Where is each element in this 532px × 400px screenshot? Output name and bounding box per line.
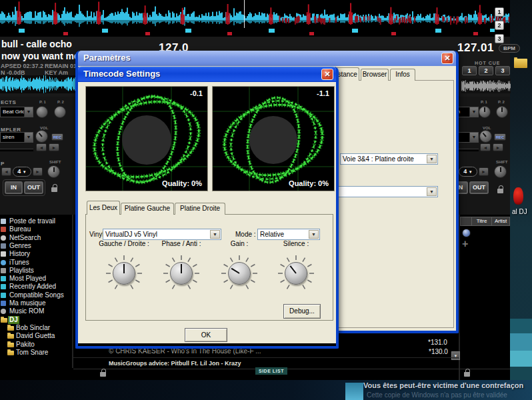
loop-shift-knob[interactable] — [47, 165, 60, 178]
debug-button[interactable]: Debug... — [283, 304, 321, 319]
mode-select[interactable]: Relative ▼ — [257, 229, 320, 240]
sidebar-item-tom-snare[interactable]: Tom Snare — [0, 349, 72, 357]
hot-cue-3[interactable]: 3 — [495, 66, 510, 75]
chevron-down-icon[interactable]: ▼ — [23, 170, 27, 174]
rhythm-waveform[interactable] — [0, 0, 510, 37]
left-deck-wave-thumb[interactable] — [0, 75, 75, 93]
loop-out-button[interactable]: OUT — [24, 181, 43, 194]
empty-select[interactable]: ▼ — [337, 186, 438, 197]
sidebar-item-most-played[interactable]: Most Played — [0, 275, 72, 283]
timecode-titlebar[interactable]: Timecode Settings ✕ — [78, 67, 336, 82]
sampler-vol-knob-right[interactable] — [479, 130, 492, 143]
sidelist-col-titre[interactable]: Titre — [472, 217, 492, 225]
sidebar-item-poste-de-travail[interactable]: Poste de travail — [0, 217, 72, 225]
sidebar-item-david-guetta[interactable]: David Guetta — [0, 332, 72, 340]
hot-cue-2[interactable]: 2 — [479, 66, 493, 75]
chevron-down-icon[interactable]: ▼ — [24, 107, 33, 117]
timecode-tab-platine-gauche[interactable]: Platine Gauche — [121, 203, 174, 215]
wave-page-button-3[interactable]: 3 — [495, 34, 504, 43]
loop-double-button[interactable]: ► — [33, 167, 43, 176]
ok-button[interactable]: OK — [185, 328, 227, 342]
loop-out-button-right[interactable]: OUT — [469, 181, 489, 194]
wave-page-button-1[interactable]: 1 — [495, 7, 504, 17]
close-icon[interactable]: ✕ — [321, 69, 333, 80]
sidebar-item-label: History — [8, 250, 31, 258]
parametres-titlebar[interactable]: Paramètres ✕ — [78, 51, 456, 66]
chevron-down-icon[interactable]: ▼ — [469, 133, 478, 142]
sampler-vol-knob[interactable] — [35, 130, 48, 143]
sidebar-item-dj[interactable]: DJ — [0, 316, 72, 324]
lock-icon[interactable] — [100, 372, 106, 377]
effects-select[interactable]: Beat Grid▼ — [0, 107, 33, 117]
loop-shift-knob-right[interactable] — [494, 165, 507, 178]
add-icon[interactable]: + — [462, 239, 468, 249]
sidebar-item-netsearch[interactable]: NetSearch — [0, 234, 72, 242]
netsearch-globe-icon[interactable] — [462, 229, 471, 237]
right-deck-wave-thumb[interactable] — [461, 79, 511, 93]
virtualdj-desktop-icon[interactable] — [513, 187, 523, 205]
chevron-down-icon[interactable]: ▼ — [309, 230, 319, 239]
chevron-down-icon[interactable]: ▼ — [469, 170, 473, 174]
close-icon[interactable]: ✕ — [441, 53, 453, 64]
virtualdj-desktop-icon-label[interactable]: al DJ — [512, 208, 527, 215]
loop-double-button-right[interactable]: ► — [479, 167, 489, 176]
voie-select[interactable]: Voie 3&4 : Platine droite ▼ — [340, 153, 438, 165]
sidebar-item-recently-added[interactable]: Recently Added — [0, 283, 72, 291]
chevron-down-icon[interactable]: ▼ — [427, 187, 437, 196]
chevron-down-icon[interactable]: ▼ — [469, 107, 478, 117]
sampler-select[interactable]: siren▼ — [0, 132, 33, 143]
tracklist-scroll-down[interactable]: ▼ — [451, 351, 460, 360]
parametres-tab-browser[interactable]: Browser — [361, 69, 389, 81]
scope-left-graphic — [86, 87, 207, 191]
sampler-next-button-right[interactable]: ► — [493, 143, 503, 151]
sidelist-col-blank[interactable] — [461, 217, 472, 225]
lock-icon[interactable] — [464, 372, 470, 377]
sidebar-divider[interactable] — [72, 215, 73, 368]
calibration-knob[interactable] — [285, 262, 307, 285]
sidebar-item-pakito[interactable]: Pakito — [0, 341, 72, 349]
track-row-advice[interactable]: MusicGroups advice: Pitbull Ft. Lil Jon … — [109, 360, 241, 367]
chevron-down-icon[interactable]: ▼ — [24, 133, 33, 142]
sampler-prev-button[interactable]: ◄ — [36, 143, 47, 151]
sidebar-item-music-rom[interactable]: Music ROM — [0, 307, 72, 315]
sampler-rec-button[interactable]: REC — [51, 133, 63, 141]
wave-page-button-2[interactable]: 2 — [495, 21, 504, 30]
chevron-down-icon[interactable]: ▼ — [427, 155, 437, 163]
calibration-knob[interactable] — [228, 262, 251, 285]
sidebar-item-itunes[interactable]: iTunes — [0, 259, 72, 267]
loop-length-select-right[interactable]: 4 ▼ — [459, 167, 477, 177]
chevron-down-icon[interactable]: ▼ — [210, 230, 220, 239]
loop-in-button[interactable]: IN — [5, 181, 23, 194]
loop-length-select[interactable]: 4 ▼ — [13, 167, 31, 177]
timecode-tab-platine-droite[interactable]: Platine Droite — [175, 203, 225, 215]
calibration-knob[interactable] — [170, 262, 193, 285]
sampler-slider[interactable] — [0, 149, 33, 151]
timecode-tab-les-deux[interactable]: Les Deux — [87, 201, 120, 215]
vinyl-select[interactable]: VirtualDJ v5 Vinyl ▼ — [103, 229, 221, 240]
sidelist-col-artist[interactable]: Artist — [492, 217, 509, 225]
sampler-prev-button-right[interactable]: ◄ — [480, 143, 491, 151]
effect-p2-knob[interactable] — [54, 106, 66, 118]
timecode-title: Timecode Settings — [83, 69, 160, 79]
search-icon — [1, 235, 6, 241]
desktop-folder-icon[interactable] — [514, 59, 527, 68]
hot-cue-1[interactable]: 1 — [462, 66, 477, 75]
loop-half-button[interactable]: ◄ — [1, 167, 11, 176]
calibration-knob[interactable] — [113, 262, 135, 285]
sidebar-item-compatible-songs[interactable]: Compatible Songs — [0, 291, 72, 299]
effect-p2-knob-right[interactable] — [496, 106, 508, 118]
lock-icon[interactable] — [497, 189, 503, 193]
sidebar-item-history[interactable]: History — [0, 250, 72, 258]
effect-p1-knob-right[interactable] — [479, 106, 491, 118]
sidebar-item-bureau[interactable]: Bureau — [0, 225, 72, 233]
parametres-tab-infos[interactable]: Infos — [390, 69, 415, 81]
lock-icon[interactable] — [51, 187, 57, 192]
side-list-button[interactable]: SIDE LIST — [255, 367, 287, 375]
sidebar-item-ma-musique[interactable]: Ma musique — [0, 299, 72, 307]
sidebar-item-playlists[interactable]: Playlists — [0, 267, 72, 275]
effect-p1-knob[interactable] — [36, 106, 48, 118]
sampler-next-button[interactable]: ► — [49, 143, 59, 151]
sidebar-item-bob-sinclar[interactable]: Bob Sinclar — [0, 324, 72, 332]
sidebar-item-genres[interactable]: Genres — [0, 242, 72, 250]
sampler-rec-button-right[interactable]: REC — [494, 133, 506, 141]
